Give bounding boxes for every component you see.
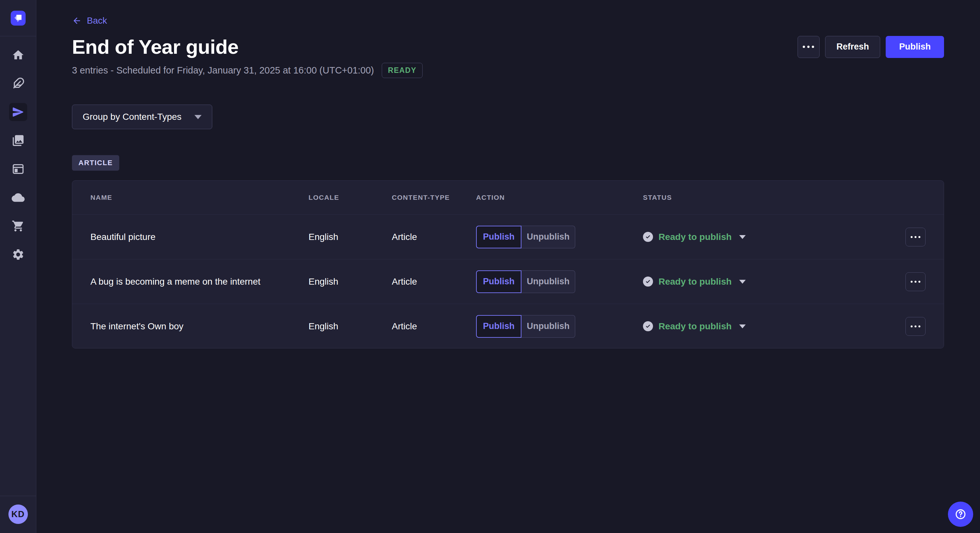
gear-icon <box>12 248 25 261</box>
status-dropdown[interactable]: Ready to publish <box>643 321 896 332</box>
back-link[interactable]: Back <box>72 16 107 26</box>
row-publish-button[interactable]: Publish <box>476 315 522 338</box>
feather-icon <box>12 77 25 90</box>
sidebar-item-media-library[interactable] <box>9 132 27 150</box>
entry-locale: English <box>309 232 392 242</box>
column-header-locale: LOCALE <box>309 194 392 201</box>
status-label: Ready to publish <box>659 276 732 287</box>
chevron-down-icon <box>739 324 746 328</box>
release-subtitle: 3 entries - Scheduled for Friday, Januar… <box>72 65 374 76</box>
entry-name: A bug is becoming a meme on the internet <box>91 276 309 287</box>
chevron-down-icon <box>739 235 746 239</box>
status-dropdown[interactable]: Ready to publish <box>643 276 896 287</box>
entry-content-type: Article <box>392 276 476 287</box>
entry-content-type: Article <box>392 232 476 242</box>
back-arrow-icon <box>72 16 82 25</box>
entry-locale: English <box>309 276 392 287</box>
row-unpublish-button[interactable]: Unpublish <box>522 315 575 338</box>
logo-area <box>0 0 36 36</box>
status-dropdown[interactable]: Ready to publish <box>643 232 896 242</box>
chevron-down-icon <box>194 115 202 119</box>
page-title: End of Year guide <box>72 35 239 58</box>
paper-plane-icon <box>12 106 25 119</box>
column-header-status: STATUS <box>643 194 896 201</box>
layout-icon <box>12 163 25 176</box>
column-header-action: ACTION <box>476 194 643 201</box>
strapi-logo-icon[interactable] <box>11 11 25 25</box>
more-icon <box>911 325 913 327</box>
sidebar-item-content-manager[interactable] <box>9 75 27 93</box>
publish-button[interactable]: Publish <box>886 36 944 58</box>
entry-content-type: Article <box>392 321 476 332</box>
avatar[interactable]: KD <box>8 504 28 524</box>
group-by-dropdown[interactable]: Group by Content-Types <box>72 105 212 129</box>
images-icon <box>12 134 25 147</box>
group-tag-article: ARTICLE <box>72 155 119 171</box>
cart-icon <box>12 219 25 233</box>
row-more-button[interactable] <box>905 272 926 291</box>
question-mark-icon <box>955 508 966 520</box>
sidebar-item-content-type-builder[interactable] <box>9 160 27 178</box>
entry-locale: English <box>309 321 392 332</box>
action-toggle: Publish Unpublish <box>476 315 643 338</box>
main-content: Back End of Year guide Refresh Publish 3… <box>36 0 980 533</box>
header-more-button[interactable] <box>797 36 819 58</box>
status-badge: READY <box>382 63 423 78</box>
group-by-label: Group by Content-Types <box>83 112 181 122</box>
help-button[interactable] <box>948 501 973 527</box>
refresh-button[interactable]: Refresh <box>825 36 880 58</box>
chevron-down-icon <box>739 280 746 284</box>
sidebar-item-marketplace[interactable] <box>9 217 27 235</box>
status-label: Ready to publish <box>659 232 732 242</box>
sidebar-item-settings[interactable] <box>9 246 27 263</box>
row-publish-button[interactable]: Publish <box>476 226 522 248</box>
cloud-icon <box>12 191 25 204</box>
status-label: Ready to publish <box>659 321 732 332</box>
row-unpublish-button[interactable]: Unpublish <box>522 270 575 293</box>
check-circle-icon <box>643 321 653 331</box>
sidebar-nav <box>9 46 27 263</box>
table-row: A bug is becoming a meme on the internet… <box>72 259 944 304</box>
check-circle-icon <box>643 276 653 287</box>
entry-name: Beautiful picture <box>91 232 309 242</box>
entry-name: The internet's Own boy <box>91 321 309 332</box>
row-more-button[interactable] <box>905 228 926 246</box>
column-header-name: NAME <box>91 194 309 201</box>
action-toggle: Publish Unpublish <box>476 270 643 293</box>
sidebar-item-home[interactable] <box>9 46 27 64</box>
column-header-content-type: CONTENT-TYPE <box>392 194 476 201</box>
more-icon <box>911 236 913 238</box>
more-icon <box>911 281 913 283</box>
check-circle-icon <box>643 232 653 242</box>
more-icon <box>803 46 805 48</box>
table-row: The internet's Own boy English Article P… <box>72 304 944 348</box>
row-unpublish-button[interactable]: Unpublish <box>522 226 575 248</box>
sidebar: KD <box>0 0 36 533</box>
home-icon <box>12 49 25 62</box>
table-row: Beautiful picture English Article Publis… <box>72 214 944 259</box>
row-more-button[interactable] <box>905 317 926 336</box>
row-publish-button[interactable]: Publish <box>476 270 522 293</box>
action-toggle: Publish Unpublish <box>476 226 643 248</box>
avatar-area: KD <box>0 496 36 533</box>
sidebar-item-deploy[interactable] <box>9 189 27 206</box>
entries-table: NAME LOCALE CONTENT-TYPE ACTION STATUS B… <box>72 180 944 348</box>
table-header-row: NAME LOCALE CONTENT-TYPE ACTION STATUS <box>72 181 944 214</box>
sidebar-item-releases[interactable] <box>9 103 27 121</box>
back-label: Back <box>87 16 107 26</box>
